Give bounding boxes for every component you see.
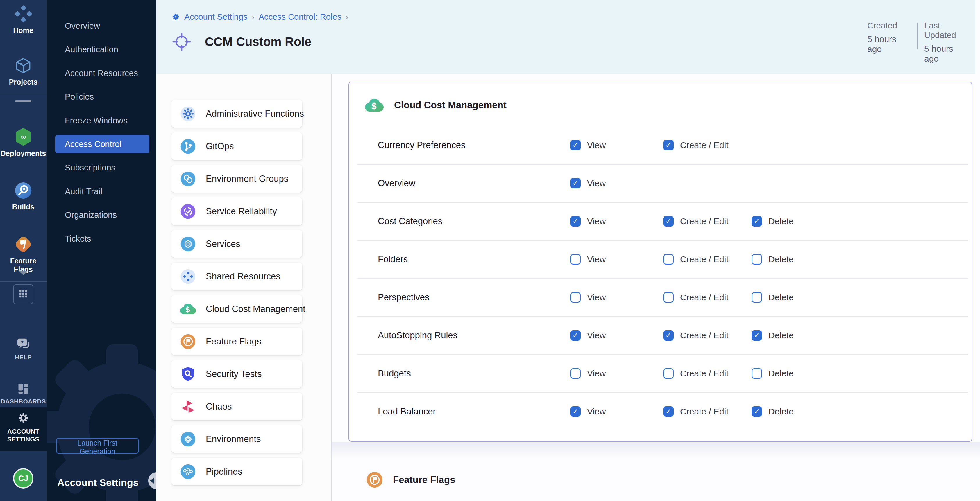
permission-row-label: Folders — [378, 254, 408, 265]
view-checkbox-label: View — [587, 140, 606, 150]
delete-checkbox[interactable] — [752, 292, 762, 303]
rail-item-feature-flags[interactable]: Feature Flags — [0, 235, 46, 274]
rail-item-account-settings[interactable]: ACCOUNT SETTINGS — [0, 407, 46, 451]
rail-item-dashboards[interactable]: DASHBOARDS — [0, 382, 46, 405]
permission-row-label: Perspectives — [378, 292, 429, 303]
rail-item-label: Builds — [0, 203, 46, 211]
create_edit-checkbox[interactable]: ✓ — [663, 330, 674, 341]
delete-checkbox[interactable]: ✓ — [752, 406, 762, 417]
permission-row-label: Cost Categories — [378, 216, 442, 227]
create_edit-checkbox-label: Create / Edit — [680, 254, 729, 264]
view-checkbox[interactable]: ✓ — [570, 330, 581, 341]
delete-checkbox[interactable] — [752, 254, 762, 265]
delete-permission-cell: Delete — [752, 368, 794, 379]
resource-item-administrative-functions[interactable]: Administrative Functions — [172, 100, 302, 127]
view-checkbox[interactable] — [570, 254, 581, 265]
resource-item-shared-resources[interactable]: Shared Resources — [172, 263, 302, 290]
resource-item-gitops[interactable]: GitOps — [172, 132, 302, 160]
dashboards-icon — [0, 382, 46, 396]
delete-permission-cell: ✓Delete — [752, 216, 794, 227]
resource-item-service-reliability[interactable]: Service Reliability — [172, 198, 302, 225]
user-avatar[interactable]: CJ — [13, 468, 33, 488]
sidebar-item-freeze-windows[interactable]: Freeze Windows — [46, 111, 156, 130]
create_edit-checkbox[interactable]: ✓ — [663, 406, 674, 417]
shared-resources-icon — [180, 269, 196, 284]
create_edit-checkbox-label: Create / Edit — [680, 369, 729, 379]
create_edit-checkbox[interactable] — [663, 292, 674, 303]
rail-item-deployments[interactable]: ∞ Deployments — [0, 128, 46, 158]
permissions-panel: $ Cloud Cost Management Currency Prefere… — [348, 82, 972, 442]
view-checkbox[interactable]: ✓ — [570, 140, 581, 151]
view-permission-cell: View — [570, 368, 606, 379]
sidebar-collapse-button[interactable] — [148, 472, 156, 489]
resource-item-label: Chaos — [206, 401, 232, 412]
create_edit-checkbox[interactable]: ✓ — [663, 216, 674, 227]
sidebar-item-audit-trail[interactable]: Audit Trail — [46, 182, 156, 201]
role-crosshair-icon — [172, 33, 191, 51]
view-checkbox[interactable] — [570, 292, 581, 303]
sidebar-item-tickets[interactable]: Tickets — [46, 230, 156, 248]
admin-functions-icon — [180, 106, 196, 122]
sidebar-title: Account Settings — [57, 477, 138, 488]
feature-flags-module-icon — [0, 235, 46, 254]
permission-row-overview: Overview✓View — [358, 164, 968, 203]
create_edit-permission-cell: ✓Create / Edit — [663, 216, 729, 227]
last-updated-label: Last Updated — [924, 21, 956, 40]
rail-item-help[interactable]: ? HELP — [0, 338, 46, 361]
delete-checkbox-label: Delete — [768, 254, 794, 264]
resource-item-environments[interactable]: Environments — [172, 425, 302, 453]
rail-item-label: Deployments — [0, 149, 46, 158]
app-root: Home Projects ∞ Deployments Builds Featu… — [0, 0, 980, 501]
delete-checkbox[interactable] — [752, 368, 762, 379]
gear-icon — [172, 13, 180, 21]
sidebar-item-authentication[interactable]: Authentication — [46, 40, 156, 59]
breadcrumb-link-access-control-roles[interactable]: Access Control: Roles — [259, 12, 342, 22]
rail-item-builds[interactable]: Builds — [0, 182, 46, 211]
delete-checkbox[interactable]: ✓ — [752, 330, 762, 341]
rail-item-label: Projects — [0, 78, 46, 86]
delete-checkbox[interactable]: ✓ — [752, 216, 762, 227]
create_edit-checkbox[interactable]: ✓ — [663, 140, 674, 151]
resource-item-environment-groups[interactable]: Environment Groups — [172, 165, 302, 193]
resource-item-cloud-cost-management[interactable]: $Cloud Cost Management — [172, 295, 302, 323]
permission-row-perspectives: PerspectivesViewCreate / EditDelete — [358, 278, 968, 317]
chevron-down-icon[interactable] — [18, 271, 28, 275]
view-checkbox[interactable]: ✓ — [570, 406, 581, 417]
sidebar-item-organizations[interactable]: Organizations — [46, 206, 156, 224]
resource-item-pipelines[interactable]: Pipelines — [172, 458, 302, 485]
sidebar-item-policies[interactable]: Policies — [46, 87, 156, 106]
module-grid-button[interactable] — [13, 284, 33, 304]
rail-item-home[interactable]: Home — [0, 5, 46, 35]
resource-item-chaos[interactable]: Chaos — [172, 393, 302, 420]
rail-item-projects[interactable]: Projects — [0, 57, 46, 86]
permission-row-budgets: BudgetsViewCreate / EditDelete — [358, 354, 968, 393]
account-settings-sidebar: OverviewAuthenticationAccount ResourcesP… — [46, 0, 156, 501]
sidebar-item-overview[interactable]: Overview — [46, 17, 156, 35]
service-reliability-icon — [180, 204, 196, 219]
sidebar-item-access-control[interactable]: Access Control — [55, 135, 150, 153]
section-header: $ Cloud Cost Management — [365, 98, 507, 112]
create_edit-permission-cell: Create / Edit — [663, 254, 729, 265]
permission-row-folders: FoldersViewCreate / EditDelete — [358, 240, 968, 279]
resource-item-label: Environments — [206, 434, 261, 444]
resource-item-label: Services — [206, 239, 240, 249]
rail-drag-handle[interactable] — [15, 100, 32, 102]
view-permission-cell: View — [570, 292, 606, 303]
resource-item-feature-flags[interactable]: Feature Flags — [172, 328, 302, 355]
module-nav-rail: Home Projects ∞ Deployments Builds Featu… — [0, 0, 46, 501]
sidebar-item-account-resources[interactable]: Account Resources — [46, 64, 156, 82]
breadcrumb-link-account-settings[interactable]: Account Settings — [184, 12, 248, 22]
view-checkbox[interactable]: ✓ — [570, 178, 581, 189]
resource-item-security-tests[interactable]: Security Tests — [172, 360, 302, 388]
resource-category-list: Administrative FunctionsGitOpsEnvironmen… — [156, 74, 331, 501]
help-chat-icon: ? — [0, 338, 46, 352]
create_edit-checkbox[interactable] — [663, 254, 674, 265]
view-checkbox[interactable] — [570, 368, 581, 379]
section-gap-band — [332, 442, 980, 458]
sidebar-item-subscriptions[interactable]: Subscriptions — [46, 158, 156, 177]
launch-first-generation-button[interactable]: Launch First Generation — [56, 438, 138, 453]
rail-divider — [0, 94, 46, 94]
create_edit-checkbox[interactable] — [663, 368, 674, 379]
view-checkbox[interactable]: ✓ — [570, 216, 581, 227]
resource-item-services[interactable]: Services — [172, 230, 302, 258]
